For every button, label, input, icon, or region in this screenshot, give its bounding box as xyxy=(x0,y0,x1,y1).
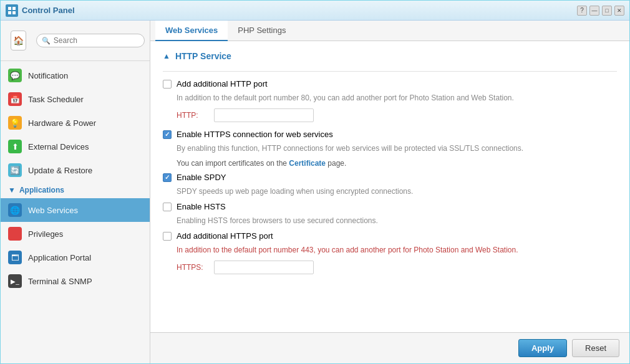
sidebar-item-update-restore[interactable]: 🔄 Update & Restore xyxy=(1,158,150,182)
http-field-row: HTTP: xyxy=(177,108,617,122)
title-bar-left: Control Panel xyxy=(6,4,75,17)
sidebar-item-external-devices[interactable]: ⬆ External Devices xyxy=(1,135,150,158)
appportal-icon: 🗔 xyxy=(8,251,22,264)
sidebar-top: 🏠 🔍 xyxy=(1,21,150,61)
enable-spdy-description: SPDY speeds up web page loading when usi… xyxy=(177,186,617,197)
search-input[interactable] xyxy=(54,36,139,45)
enable-hsts-label: Enable HSTS xyxy=(177,202,226,211)
enable-https-checkbox[interactable] xyxy=(163,130,172,139)
add-https-port-label: Add additional HTTPS port xyxy=(177,231,273,241)
task-icon: 📅 xyxy=(8,92,22,106)
sidebar-item-label: Notification xyxy=(28,71,68,80)
search-box[interactable]: 🔍 xyxy=(36,34,145,47)
sidebar-item-notification[interactable]: 💬 Notification xyxy=(1,64,150,87)
sidebar-item-label: Web Services xyxy=(28,206,78,215)
add-https-port-description: In addition to the default port number 4… xyxy=(177,244,617,256)
title-bar: Control Panel ? — □ ✕ xyxy=(1,1,629,21)
terminal-icon: ▶_ xyxy=(8,274,22,288)
sidebar: 🏠 🔍 💬 Notification 📅 Task S xyxy=(1,21,150,363)
svg-rect-2 xyxy=(8,11,11,14)
web-services-icon: 🌐 xyxy=(8,203,22,217)
panel-content: ▲ HTTP Service Add additional HTTP port … xyxy=(150,41,629,332)
enable-hsts-description: Enabling HSTS forces browsers to use sec… xyxy=(177,215,617,226)
home-button[interactable]: 🏠 xyxy=(11,31,26,50)
enable-spdy-row: Enable SPDY xyxy=(163,173,617,182)
add-http-port-label: Add additional HTTP port xyxy=(177,79,268,89)
section-chevron: ▼ xyxy=(8,186,16,194)
tab-php-settings[interactable]: PHP Settings xyxy=(228,21,296,41)
enable-spdy-label: Enable SPDY xyxy=(177,173,226,182)
help-button[interactable]: ? xyxy=(577,6,587,16)
section-label: Applications xyxy=(19,186,64,194)
maximize-button[interactable]: □ xyxy=(602,6,612,16)
add-http-port-row: Add additional HTTP port xyxy=(163,79,617,89)
add-https-port-row: Add additional HTTPS port xyxy=(163,231,617,241)
http-service-header: ▲ HTTP Service xyxy=(163,51,617,61)
svg-rect-1 xyxy=(12,7,16,10)
update-icon: 🔄 xyxy=(8,163,22,177)
add-https-port-checkbox[interactable] xyxy=(163,232,172,241)
search-icon: 🔍 xyxy=(42,37,51,45)
privileges-icon xyxy=(8,227,22,241)
section-title: HTTP Service xyxy=(175,51,231,61)
sidebar-item-privileges[interactable]: Privileges xyxy=(1,222,150,246)
minimize-button[interactable]: — xyxy=(589,6,599,16)
external-icon: ⬆ xyxy=(8,140,22,153)
close-button[interactable]: ✕ xyxy=(614,6,624,16)
add-http-port-checkbox[interactable] xyxy=(163,80,172,89)
apply-button[interactable]: Apply xyxy=(518,339,567,357)
footer-bar: Apply Reset xyxy=(150,332,629,363)
https-field-row: HTTPS: xyxy=(177,261,617,274)
main-content: 🏠 🔍 💬 Notification 📅 Task S xyxy=(1,21,629,363)
enable-https-label: Enable HTTPS connection for web services xyxy=(177,130,333,139)
enable-hsts-checkbox[interactable] xyxy=(163,203,172,211)
app-icon xyxy=(6,4,18,17)
tabs-bar: Web Services PHP Settings xyxy=(150,21,629,41)
svg-rect-0 xyxy=(8,7,11,10)
certificate-text: You can import certificates on the Certi… xyxy=(177,159,617,168)
notification-icon: 💬 xyxy=(8,69,22,82)
https-field-label: HTTPS: xyxy=(177,263,208,272)
hardware-icon: 💡 xyxy=(8,116,22,130)
enable-spdy-checkbox[interactable] xyxy=(163,173,172,182)
enable-hsts-row: Enable HSTS xyxy=(163,202,617,211)
sidebar-item-task-scheduler[interactable]: 📅 Task Scheduler xyxy=(1,87,150,111)
sidebar-item-hardware-power[interactable]: 💡 Hardware & Power xyxy=(1,111,150,135)
sidebar-item-label: Privileges xyxy=(28,229,63,239)
sidebar-item-web-services[interactable]: 🌐 Web Services xyxy=(1,198,150,222)
applications-section-header[interactable]: ▼ Applications xyxy=(1,182,150,198)
svg-rect-3 xyxy=(12,11,16,14)
https-port-input[interactable] xyxy=(214,261,314,274)
http-field-label: HTTP: xyxy=(177,111,208,120)
enable-https-row: Enable HTTPS connection for web services xyxy=(163,130,617,139)
sidebar-item-application-portal[interactable]: 🗔 Application Portal xyxy=(1,246,150,269)
sidebar-item-label: External Devices xyxy=(28,142,89,151)
certificate-link[interactable]: Certificate xyxy=(289,159,326,168)
collapse-chevron-icon[interactable]: ▲ xyxy=(163,52,170,60)
sidebar-item-terminal-snmp[interactable]: ▶_ Terminal & SNMP xyxy=(1,269,150,293)
add-http-port-description: In addition to the default port number 8… xyxy=(177,92,617,103)
sidebar-item-label: Application Portal xyxy=(28,253,91,262)
sidebar-item-label: Update & Restore xyxy=(28,166,92,175)
control-panel-window: Control Panel ? — □ ✕ 🏠 🔍 💬 xyxy=(0,0,630,364)
window-title: Control Panel xyxy=(22,6,75,15)
sidebar-menu: 💬 Notification 📅 Task Scheduler 💡 Hardwa… xyxy=(1,61,150,363)
sidebar-item-label: Hardware & Power xyxy=(28,118,96,128)
tab-web-services[interactable]: Web Services xyxy=(155,21,228,41)
http-port-input[interactable] xyxy=(214,108,314,122)
reset-button[interactable]: Reset xyxy=(572,339,619,357)
section-divider xyxy=(163,71,617,72)
sidebar-item-label: Terminal & SNMP xyxy=(28,277,92,286)
main-panel: Web Services PHP Settings ▲ HTTP Service… xyxy=(150,21,629,363)
enable-https-description1: By enabling this function, HTTP connecti… xyxy=(177,143,617,154)
sidebar-item-label: Task Scheduler xyxy=(28,95,84,104)
window-controls: ? — □ ✕ xyxy=(577,6,624,16)
